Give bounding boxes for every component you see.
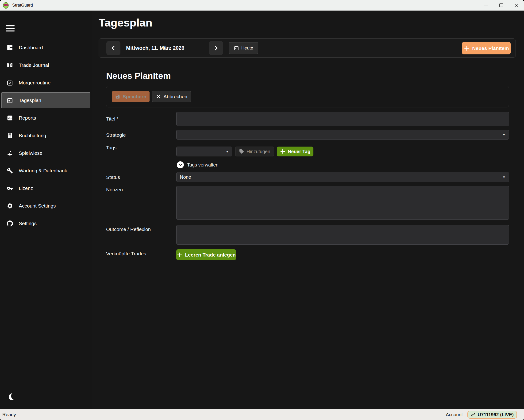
save-button-label: Speichern bbox=[122, 94, 147, 100]
plus-icon bbox=[464, 45, 470, 51]
sidebar-item-account-settings[interactable]: Account Settings bbox=[0, 197, 92, 215]
sidebar-item-label: Tagesplan bbox=[19, 98, 41, 103]
sidebar-item-label: Morgenroutine bbox=[19, 80, 51, 86]
new-tag-label: Neuer Tag bbox=[288, 149, 310, 154]
dropdown-arrow-icon: ▼ bbox=[502, 133, 506, 136]
x-icon bbox=[156, 94, 161, 99]
calendar-icon bbox=[234, 45, 239, 51]
new-plan-item-label: Neues PlanItem bbox=[472, 45, 509, 51]
add-tag-label: Hinzufügen bbox=[246, 149, 270, 154]
account-key-icon bbox=[470, 412, 476, 417]
journal-book-icon bbox=[7, 62, 13, 68]
previous-day-button[interactable] bbox=[106, 41, 121, 55]
minimize-icon bbox=[480, 0, 491, 10]
sidebar-item-settings[interactable]: Settings bbox=[0, 215, 92, 232]
key-icon bbox=[7, 185, 13, 191]
dropdown-arrow-icon: ▼ bbox=[502, 176, 506, 179]
account-area: Account: U7111992 (LIVE) bbox=[446, 411, 517, 419]
today-button-label: Heute bbox=[241, 45, 253, 51]
tags-label: Tags bbox=[106, 145, 116, 151]
create-empty-trade-label: Leeren Trade anlegen bbox=[185, 252, 236, 258]
sidebar-item-trade-journal[interactable]: Trade Journal bbox=[0, 56, 92, 74]
sidebar-item-label: Settings bbox=[19, 221, 37, 226]
sidebar-item-spielwiese[interactable]: Spielwiese bbox=[0, 144, 92, 162]
sidebar-item-label: Spielwiese bbox=[19, 150, 42, 156]
manage-tags-label: Tags verwalten bbox=[187, 162, 218, 168]
status-select[interactable]: None ▼ bbox=[176, 172, 509, 182]
strategie-label: Strategie bbox=[106, 132, 126, 138]
sidebar-item-tagesplan[interactable]: Tagesplan bbox=[1, 92, 90, 108]
sidebar-item-label: Account Settings bbox=[19, 203, 56, 209]
notes-textarea[interactable] bbox=[176, 186, 509, 220]
add-tag-button[interactable]: Hinzufügen bbox=[235, 147, 274, 156]
sidebar-item-morgenroutine[interactable]: Morgenroutine bbox=[0, 74, 92, 92]
app-logo-icon bbox=[3, 2, 10, 9]
chevron-left-icon bbox=[110, 45, 116, 51]
notes-label: Notizen bbox=[106, 187, 123, 193]
plus-icon bbox=[280, 149, 286, 154]
sidebar-item-reports[interactable]: Reports bbox=[0, 109, 92, 127]
calculator-icon bbox=[7, 133, 13, 139]
dark-mode-toggle[interactable] bbox=[8, 392, 17, 403]
create-empty-trade-button[interactable]: Leeren Trade anlegen bbox=[176, 249, 236, 260]
outcome-label: Outcome / Reflexion bbox=[106, 227, 151, 232]
main-content: Tagesplan Mittwoch, 11. März 2026 Heute … bbox=[92, 10, 524, 409]
sidebar-item-wartung-datenbank[interactable]: Wartung & Datenbank bbox=[0, 162, 92, 179]
sidebar-item-label: Reports bbox=[19, 115, 36, 121]
sidebar-item-label: Dashboard bbox=[19, 45, 43, 50]
sidebar-item-dashboard[interactable]: Dashboard bbox=[0, 39, 92, 56]
current-date-label: Mittwoch, 11. März 2026 bbox=[126, 41, 184, 55]
cancel-button-label: Abbrechen bbox=[163, 94, 187, 100]
account-label: Account: bbox=[446, 412, 464, 417]
titel-input[interactable] bbox=[176, 112, 509, 126]
dashboard-grid-icon bbox=[7, 45, 13, 51]
app-window: StratGuard Dashboard Trade Journa bbox=[0, 0, 524, 420]
sidebar-item-label: Trade Journal bbox=[19, 62, 49, 68]
moon-icon bbox=[8, 392, 17, 402]
status-text: Ready bbox=[2, 412, 16, 417]
chevron-down-icon bbox=[177, 161, 184, 168]
hamburger-menu-icon[interactable] bbox=[6, 25, 15, 33]
chevron-right-icon bbox=[213, 45, 219, 51]
maximize-button[interactable] bbox=[493, 0, 509, 10]
sidebar-item-label: Wartung & Datenbank bbox=[19, 168, 67, 174]
calendar-check-icon bbox=[7, 80, 13, 86]
sidebar-item-buchhaltung[interactable]: Buchhaltung bbox=[0, 127, 92, 144]
save-button[interactable]: Speichern bbox=[112, 91, 149, 102]
save-floppy-icon bbox=[115, 94, 120, 99]
close-icon bbox=[511, 0, 522, 10]
sidebar-item-lizenz[interactable]: Lizenz bbox=[0, 179, 92, 197]
linked-trades-label: Verknüpfte Trades bbox=[106, 251, 146, 257]
status-select-value: None bbox=[180, 175, 191, 180]
sidebar-item-label: Buchhaltung bbox=[19, 133, 46, 138]
titel-label: Titel * bbox=[106, 116, 119, 122]
window-controls bbox=[478, 0, 524, 10]
close-button[interactable] bbox=[509, 0, 524, 10]
title-bar: StratGuard bbox=[0, 0, 524, 10]
maximize-icon bbox=[496, 0, 507, 10]
status-label: Status bbox=[106, 175, 120, 180]
tag-icon bbox=[239, 149, 244, 154]
strategie-select[interactable]: ▼ bbox=[176, 130, 509, 140]
outcome-textarea[interactable] bbox=[176, 225, 509, 244]
account-value: U7111992 (LIVE) bbox=[478, 412, 514, 417]
dropdown-arrow-icon: ▼ bbox=[226, 150, 229, 153]
gear-icon bbox=[7, 203, 13, 209]
plus-icon bbox=[176, 252, 183, 258]
tags-select[interactable]: ▼ bbox=[176, 147, 232, 156]
wrench-icon bbox=[7, 168, 13, 174]
new-tag-button[interactable]: Neuer Tag bbox=[277, 147, 314, 156]
account-badge[interactable]: U7111992 (LIVE) bbox=[467, 411, 517, 419]
minimize-button[interactable] bbox=[478, 0, 493, 10]
cancel-button[interactable]: Abbrechen bbox=[152, 91, 191, 102]
page-title: Tagesplan bbox=[99, 16, 152, 29]
new-plan-item-button[interactable]: Neues PlanItem bbox=[462, 42, 511, 54]
manage-tags-expander[interactable]: Tags verwalten bbox=[177, 161, 218, 168]
sidebar-nav: Dashboard Trade Journal Morgenroutine Ta… bbox=[0, 39, 92, 232]
sidebar-item-label: Lizenz bbox=[19, 185, 33, 191]
calendar-day-icon bbox=[7, 97, 13, 103]
today-button[interactable]: Heute bbox=[229, 42, 258, 54]
status-bar: Ready Account: U7111992 (LIVE) bbox=[0, 409, 524, 420]
joystick-icon bbox=[7, 150, 13, 156]
next-day-button[interactable] bbox=[209, 41, 223, 55]
